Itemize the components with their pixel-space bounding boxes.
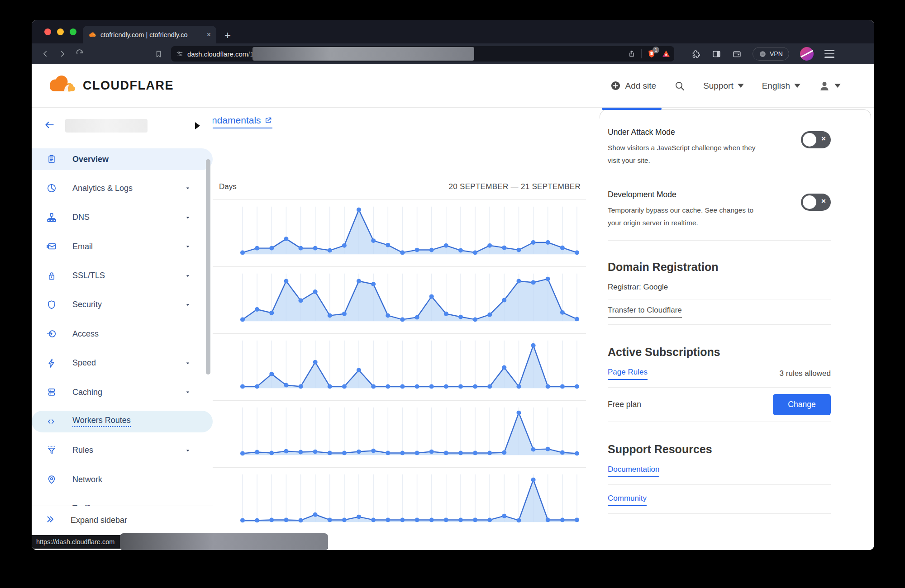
chevron-down-icon xyxy=(834,84,841,88)
sidebar-item-label: Security xyxy=(72,300,102,309)
sidebar-toggle-icon[interactable] xyxy=(712,49,721,59)
sidebar-item-security[interactable]: Security xyxy=(32,294,213,316)
sidebar-scrollbar[interactable] xyxy=(206,159,210,375)
support-menu[interactable]: Support xyxy=(703,81,744,91)
sidebar: OverviewAnalytics & LogsDNSEmailSSL/TLSS… xyxy=(32,108,213,550)
add-site-button[interactable]: Add site xyxy=(610,81,656,91)
domain-registration-title: Domain Registration xyxy=(608,261,831,274)
url-bar[interactable]: dash.cloudflare.com /1c3 1 xyxy=(171,46,674,62)
bookmark-icon[interactable] xyxy=(154,50,163,58)
account-menu[interactable] xyxy=(819,80,841,92)
profile-avatar[interactable] xyxy=(800,47,814,61)
share-icon[interactable] xyxy=(628,50,636,58)
sidebar-item-speed[interactable]: Speed xyxy=(32,352,213,374)
sidebar-item-rules[interactable]: Rules xyxy=(32,440,213,461)
sidebar-item-network[interactable]: Network xyxy=(32,469,213,490)
pin-icon xyxy=(46,474,57,485)
hierarchy-icon xyxy=(46,212,57,223)
chevron-down-icon xyxy=(185,185,191,191)
chevron-down-icon xyxy=(794,84,800,88)
sidebar-item-analytics-logs[interactable]: Analytics & Logs xyxy=(32,177,213,199)
sidebar-item-workers-routes[interactable]: Workers Routes xyxy=(32,411,213,432)
minimize-window-button[interactable] xyxy=(57,28,64,35)
chevron-down-icon xyxy=(185,302,191,308)
page-rules-link[interactable]: Page Rules xyxy=(608,368,648,380)
sidebar-item-label: Rules xyxy=(72,446,93,455)
change-plan-button[interactable]: Change xyxy=(773,394,831,415)
collapse-arrow-icon[interactable] xyxy=(195,122,200,129)
close-tab-icon[interactable]: × xyxy=(207,31,211,39)
active-tab-indicator xyxy=(602,108,662,110)
sidebar-item-ssl-tls[interactable]: SSL/TLS xyxy=(32,265,213,287)
documentation-link[interactable]: Documentation xyxy=(608,465,659,477)
person-icon xyxy=(819,80,830,92)
dev-mode-desc: Temporarily bypass our cache. See change… xyxy=(608,204,767,229)
url-redacted-blur xyxy=(252,47,474,61)
sidebar-item-dns[interactable]: DNS xyxy=(32,207,213,228)
sidebar-item-overview[interactable]: Overview xyxy=(32,148,213,170)
back-arrow-icon[interactable] xyxy=(43,119,55,133)
site-row xyxy=(32,108,213,144)
transfer-to-cloudflare-link[interactable]: Transfer to Cloudflare xyxy=(608,306,682,318)
analytics-column: ndamentals Days 20 SEPTEMBER — 21 SEPTEM… xyxy=(213,108,586,550)
toggle-off-x: × xyxy=(821,134,826,143)
fundamentals-link[interactable]: ndamentals xyxy=(213,115,272,128)
sidebar-item-email[interactable]: Email xyxy=(32,236,213,257)
shield-icon xyxy=(46,299,57,310)
vpn-button[interactable]: VPN xyxy=(753,47,789,61)
under-attack-toggle[interactable]: × xyxy=(801,131,831,148)
language-menu[interactable]: English xyxy=(762,81,800,91)
zoom-window-button[interactable] xyxy=(70,28,76,35)
external-link-icon xyxy=(264,116,272,124)
close-window-button[interactable] xyxy=(44,28,51,35)
brave-rewards-icon[interactable] xyxy=(662,49,671,58)
clipboard-icon xyxy=(46,154,57,165)
funnel-icon xyxy=(46,445,57,456)
cloudflare-header: CLOUDFLARE Add site Support English xyxy=(32,64,874,108)
sidebar-item-label: Access xyxy=(72,329,99,339)
back-icon[interactable] xyxy=(41,49,50,58)
url-host: dash.cloudflare.com xyxy=(187,50,248,58)
status-url-redacted xyxy=(120,533,328,550)
plan-row: Free plan Change xyxy=(608,388,831,422)
community-link[interactable]: Community xyxy=(608,494,647,506)
expand-sidebar-button[interactable]: Expand sidebar xyxy=(32,506,213,534)
sidebar-item-caching[interactable]: Caching xyxy=(32,381,213,403)
chevron-down-icon xyxy=(185,273,191,279)
toggle-knob xyxy=(803,195,816,209)
double-chevron-right-icon xyxy=(45,514,56,526)
dev-mode-title: Development Mode xyxy=(608,190,767,199)
traffic-lights xyxy=(44,28,76,35)
shield-badge: 1 xyxy=(653,47,659,53)
sidebar-item-label: Workers Routes xyxy=(72,416,131,427)
chart-4 xyxy=(213,400,586,467)
site-settings-icon[interactable] xyxy=(176,50,184,58)
toggle-knob xyxy=(803,133,816,147)
divider xyxy=(641,49,642,58)
dev-mode-toggle[interactable]: × xyxy=(801,194,831,211)
cloudflare-logo[interactable]: CLOUDFLARE xyxy=(43,74,174,98)
status-url: https://dash.cloudflare.com xyxy=(36,538,114,545)
under-attack-row: Under Attack Mode Show visitors a JavaSc… xyxy=(608,116,831,178)
range-label[interactable]: Days xyxy=(219,182,237,191)
cloudflare-dashboard: CLOUDFLARE Add site Support English xyxy=(32,64,874,550)
traffic-charts xyxy=(213,199,586,534)
tab-bar: ctofriendly.com | ctofriendly.co × + xyxy=(32,20,874,43)
forward-icon[interactable] xyxy=(58,49,67,58)
extensions-icon[interactable] xyxy=(691,49,701,59)
browser-tab[interactable]: ctofriendly.com | ctofriendly.co × xyxy=(83,26,216,43)
sidebar-item-label: SSL/TLS xyxy=(72,271,105,280)
plus-circle-icon xyxy=(610,81,621,91)
registrar-row: Registrar: Google xyxy=(608,274,831,299)
chevron-down-icon xyxy=(185,214,191,221)
reload-icon[interactable] xyxy=(75,49,84,58)
brave-shield-icon[interactable]: 1 xyxy=(647,49,656,58)
cloudflare-favicon-icon xyxy=(88,31,96,39)
sidebar-item-access[interactable]: Access xyxy=(32,323,213,345)
search-icon[interactable] xyxy=(674,81,685,91)
menu-icon[interactable] xyxy=(824,50,834,58)
wallet-icon[interactable] xyxy=(732,49,742,59)
chevron-down-icon xyxy=(185,447,191,454)
new-tab-button[interactable]: + xyxy=(224,30,231,41)
documentation-row: Documentation xyxy=(608,456,831,485)
